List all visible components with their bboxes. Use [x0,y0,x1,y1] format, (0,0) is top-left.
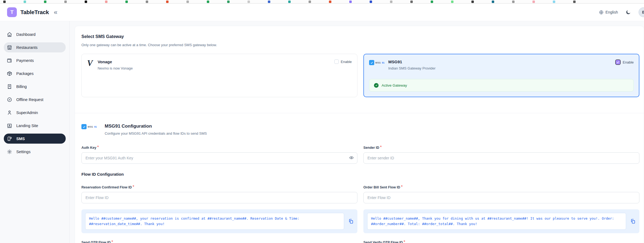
sidebar-item-billing[interactable]: Billing [4,81,66,91]
gear-icon [7,149,12,154]
msg91-config-logo: MSG 91 [81,124,97,129]
browser-tab-favicon[interactable] [227,1,230,3]
browser-tab-favicon[interactable] [410,1,413,3]
browser-tab-favicon[interactable] [492,1,494,3]
browser-tab-favicon[interactable] [207,1,209,3]
copy-button[interactable] [630,219,636,224]
vonage-enable-label: Enable [341,60,352,64]
required-marker: * [97,145,99,150]
sidebar-item-label: Payments [16,58,34,63]
browser-tab-favicon[interactable] [553,1,555,3]
gateway-section-subtitle: Only one gateway can be active at a time… [81,43,639,47]
sidebar-item-label: SMS [16,137,25,141]
browser-tab-favicon[interactable] [329,1,331,3]
required-marker: * [132,185,134,189]
content-panel: Select SMS Gateway Only one gateway can … [75,26,644,243]
avatar-letter: B [642,10,644,14]
badge-check-icon [7,97,12,102]
sidebar-collapse-icon[interactable]: « [54,9,57,15]
sidebar-item-packages[interactable]: Packages [4,68,66,78]
browser-tab-favicon[interactable] [125,1,128,3]
browser-tab-favicon[interactable] [166,1,169,3]
auth-key-input[interactable] [81,152,357,164]
home-icon [7,32,12,37]
sidebar-item-label: Billing [16,84,27,89]
app-logo[interactable]: T [7,7,17,17]
toggle-visibility-button[interactable] [349,155,354,160]
browser-tab-favicon[interactable] [64,1,67,3]
package-icon [7,71,12,76]
order-flow-input[interactable] [363,192,639,203]
sender-id-input[interactable] [363,152,639,164]
sidebar-item-landing-site[interactable]: Landing Site [4,121,66,131]
browser-tab-favicon[interactable] [248,1,250,3]
browser-tab-favicon[interactable] [390,1,392,3]
browser-tab-favicon[interactable] [431,1,433,3]
monitor-icon [7,123,12,128]
browser-tab-favicon[interactable] [85,1,87,3]
sidebar-item-settings[interactable]: Settings [4,147,66,157]
store-icon [7,45,12,50]
browser-tab-favicon[interactable] [3,1,6,3]
browser-tab-favicon[interactable] [24,1,26,3]
browser-tab-favicon[interactable] [288,1,291,3]
browser-tab-favicon[interactable] [146,1,148,3]
required-marker: * [404,240,405,243]
browser-tab-favicon[interactable] [44,1,46,3]
active-gateway-label: Active Gateway [382,83,407,87]
vonage-enable-toggle[interactable]: Enable [334,59,352,64]
config-section-subtitle: Configure your MSG91 API credentials and… [105,131,207,135]
order-template-text: Hello ##customer_name##, Thank you for d… [367,213,626,230]
msg91-description: Indian SMS Gateway Provider [388,66,436,70]
sidebar-item-label: Packages [16,71,34,76]
order-template-container: Hello ##customer_name##, Thank you for d… [363,209,639,233]
browser-tab-favicon[interactable] [186,1,189,3]
send-otp-label: Send OTP Flow ID [81,241,110,243]
sidebar-item-label: SuperAdmin [16,111,38,115]
sidebar-item-sms[interactable]: SMS [4,134,66,144]
msg91-enable-toggle[interactable]: Enable [615,59,634,65]
language-selector[interactable]: English [599,10,618,15]
vonage-enable-checkbox[interactable] [334,59,339,64]
browser-tab-strip [0,0,644,4]
browser-tab-favicon[interactable] [370,1,372,3]
dark-mode-toggle[interactable] [626,10,631,15]
eye-icon [349,155,354,160]
browser-tab-favicon[interactable] [451,1,453,3]
browser-tab-favicon[interactable] [268,1,270,3]
vonage-gateway-card[interactable]: V Vonage Nexmo is now Vonage Enable [81,54,357,97]
msg91-enable-checkbox[interactable] [615,59,621,65]
copy-icon [348,219,354,224]
sidebar: Dashboard Restaurants Payments Packages … [0,21,70,243]
browser-tab-favicon[interactable] [532,1,535,3]
vonage-title: Vonage [98,59,133,64]
msg91-enable-label: Enable [623,60,634,64]
msg91-logo-check-icon [369,60,374,65]
sidebar-item-payments[interactable]: Payments [4,55,66,65]
reservation-template-container: Hello ##customer_name##, your reservatio… [81,209,357,233]
check-circle-icon [374,83,379,88]
msg91-gateway-card[interactable]: MSG 91 MSG91 Indian SMS Gateway Provider… [363,54,639,97]
browser-tab-favicon[interactable] [309,1,311,3]
order-flow-label: Order Bill Sent Flow ID [363,185,400,189]
browser-tab-favicon[interactable] [105,1,107,3]
vonage-logo: V [87,59,93,67]
browser-tab-favicon[interactable] [349,1,352,3]
sidebar-item-restaurants[interactable]: Restaurants [4,42,66,52]
sender-id-label: Sender ID [363,146,379,150]
sidebar-item-dashboard[interactable]: Dashboard [4,29,66,39]
app-logo-letter: T [10,9,14,15]
vonage-description: Nexmo is now Vonage [98,66,133,70]
reservation-template-text: Hello ##customer_name##, your reservatio… [85,213,344,230]
copy-button[interactable] [348,219,354,224]
browser-tab-favicon[interactable] [512,1,515,3]
browser-tab-favicon[interactable] [573,1,576,3]
sidebar-item-superadmin[interactable]: SuperAdmin [4,108,66,118]
sidebar-item-offline-request[interactable]: Offline Request [4,94,66,105]
reservation-flow-input[interactable] [81,192,357,203]
required-marker: * [380,145,382,150]
required-marker: * [111,240,113,243]
browser-tab-favicon[interactable] [471,1,474,3]
user-avatar[interactable]: B [639,7,644,17]
sidebar-item-label: Offline Request [16,97,43,102]
